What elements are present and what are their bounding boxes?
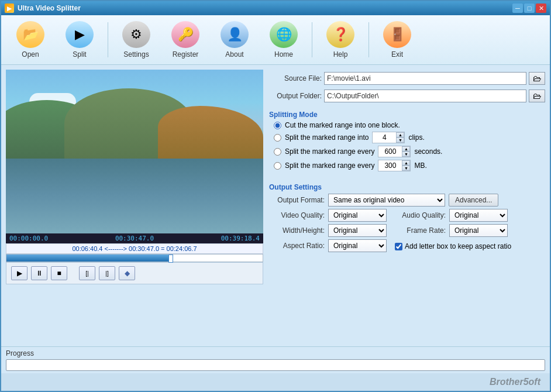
playback-controls: ▶ ⏸ ■ [| |] ◆ [6, 262, 263, 284]
marker-info: 00:06:40.4 <-------> 00:30:47.0 = 00:24:… [6, 243, 263, 254]
main-window: ▶ Ultra Video Splitter ─ □ ✕ 📂 Open ▶ Sp… [0, 0, 551, 392]
register-icon: 🔑 [171, 21, 199, 48]
advanced-button[interactable]: Advanced... [449, 194, 498, 207]
source-file-browse-button[interactable]: 🗁 [529, 72, 545, 85]
letterbox-row: Add letter box to keep aspect ratio [390, 242, 511, 250]
watermark-text: Brother5oft [490, 377, 540, 387]
toolbar-register-button[interactable]: 🔑 Register [162, 19, 209, 61]
toolbar-home-button[interactable]: 🌐 Home [260, 19, 307, 61]
split-option-clips: Split the marked range into ▲ ▼ clips. [269, 132, 545, 143]
format-select[interactable]: Same as original video AVI MP4 WMV [328, 194, 445, 207]
split-mb-radio[interactable] [274, 162, 281, 170]
quality-row: Video Quality: Original Low Medium High … [269, 209, 545, 222]
toolbar-divider-1 [108, 22, 108, 57]
title-bar: ▶ Ultra Video Splitter ─ □ ✕ [1, 1, 550, 15]
mb-spin-down[interactable]: ▼ [402, 166, 410, 171]
audio-quality-label: Audio Quality: [390, 211, 446, 219]
letterbox-checkbox[interactable] [395, 243, 402, 250]
timecode-end: 00:39:18.4 [221, 235, 260, 242]
pause-button[interactable]: ⏸ [31, 266, 47, 280]
seek-thumb[interactable] [168, 255, 173, 263]
help-icon: ❓ [326, 21, 354, 48]
video-display [6, 70, 263, 233]
output-folder-label: Output Folder: [269, 92, 322, 100]
toolbar-about-label: About [225, 50, 243, 59]
timecode-mid: 00:30:47.0 [115, 235, 154, 242]
mb-value-input[interactable] [378, 160, 402, 171]
clips-spin-up[interactable]: ▲ [396, 132, 404, 137]
source-file-label: Source File: [269, 74, 322, 82]
aspect-ratio-label: Aspect Ratio: [269, 242, 325, 250]
split-icon: ▶ [66, 21, 94, 48]
output-folder-browse-button[interactable]: 🗁 [529, 90, 545, 102]
toolbar-open-button[interactable]: 📂 Open [7, 19, 54, 61]
video-panel: 00:00:00.0 00:30:47.0 00:39:18.4 00:06:4… [6, 70, 263, 342]
timecodes-bar: 00:00:00.0 00:30:47.0 00:39:18.4 [6, 233, 263, 243]
format-label: Output Format: [269, 196, 325, 204]
timecode-start: 00:00:00.0 [9, 235, 48, 242]
seconds-spin-buttons: ▲ ▼ [402, 146, 410, 157]
video-quality-select[interactable]: Original Low Medium High [328, 209, 387, 222]
toolbar-home-label: Home [274, 50, 293, 59]
right-panel: Source File: 🗁 Output Folder: 🗁 Splittin… [269, 70, 545, 342]
audio-quality-select[interactable]: Original Low Medium High [449, 209, 508, 222]
toolbar-exit-button[interactable]: 🚪 Exit [374, 19, 421, 61]
clips-spin-down[interactable]: ▼ [396, 137, 404, 143]
frame-rate-select[interactable]: Original 24 25 30 [449, 224, 508, 237]
title-bar-controls: ─ □ ✕ [512, 4, 546, 13]
output-settings-title: Output Settings [269, 183, 545, 191]
mark-out-button[interactable]: |] [99, 266, 115, 280]
toolbar-divider-3 [369, 22, 369, 57]
seconds-spin-up[interactable]: ▲ [402, 146, 410, 152]
app-icon: ▶ [5, 4, 14, 13]
play-button[interactable]: ▶ [11, 266, 27, 280]
toolbar-help-button[interactable]: ❓ Help [317, 19, 364, 61]
split-seconds-label-pre: Split the marked range every [285, 147, 374, 156]
seconds-suffix: seconds. [414, 147, 442, 156]
split-option-mb: Split the marked range every ▲ ▼ MB. [269, 160, 545, 171]
diamond-button[interactable]: ◆ [119, 266, 135, 280]
stop-button[interactable]: ■ [51, 266, 67, 280]
clips-suffix: clips. [408, 133, 424, 142]
close-button[interactable]: ✕ [536, 4, 546, 13]
aspect-ratio-select[interactable]: Original 4:3 16:9 [328, 239, 387, 252]
title-bar-left: ▶ Ultra Video Splitter [5, 4, 81, 13]
split-clips-radio[interactable] [274, 134, 281, 142]
minimize-button[interactable]: ─ [512, 4, 523, 13]
main-progress-bar [6, 359, 545, 371]
mark-in-button[interactable]: [| [79, 266, 95, 280]
seconds-spinner: ▲ ▼ [378, 146, 411, 157]
hill-3 [158, 106, 263, 159]
seconds-spin-down[interactable]: ▼ [402, 152, 410, 157]
toolbar-split-button[interactable]: ▶ Split [56, 19, 103, 61]
maximize-button[interactable]: □ [524, 4, 535, 13]
toolbar-settings-label: Settings [123, 50, 149, 59]
clips-spin-buttons: ▲ ▼ [396, 132, 404, 143]
frame-rate-label: Frame Rate: [390, 226, 446, 235]
seek-bar[interactable] [6, 254, 263, 262]
mb-spin-up[interactable]: ▲ [402, 160, 410, 166]
splitting-mode-title: Splitting Mode [269, 111, 545, 119]
toolbar-register-label: Register [173, 50, 199, 59]
toolbar-about-button[interactable]: 👤 About [211, 19, 258, 61]
split-clips-label-pre: Split the marked range into [285, 133, 369, 142]
format-row: Output Format: Same as original video AV… [269, 194, 545, 207]
source-file-row: Source File: 🗁 [269, 72, 545, 85]
toolbar: 📂 Open ▶ Split ⚙ Settings 🔑 Register 👤 A… [1, 15, 550, 65]
width-height-select[interactable]: Original 320x240 640x480 1280x720 [328, 224, 387, 237]
mb-spinner: ▲ ▼ [378, 160, 411, 171]
split-seconds-radio[interactable] [274, 148, 281, 156]
video-quality-label: Video Quality: [269, 211, 325, 219]
home-icon: 🌐 [270, 21, 298, 48]
output-folder-input[interactable] [324, 90, 526, 102]
settings-icon: ⚙ [122, 21, 150, 48]
toolbar-divider-2 [312, 22, 312, 57]
window-title: Ultra Video Splitter [18, 4, 81, 12]
bottom-bar: Brother5oft [1, 373, 550, 391]
source-file-input[interactable] [324, 72, 526, 85]
cut-marked-radio[interactable] [274, 122, 281, 129]
toolbar-settings-button[interactable]: ⚙ Settings [113, 19, 160, 61]
clips-value-input[interactable] [373, 132, 396, 143]
toolbar-exit-label: Exit [391, 50, 403, 59]
seconds-value-input[interactable] [378, 146, 402, 157]
